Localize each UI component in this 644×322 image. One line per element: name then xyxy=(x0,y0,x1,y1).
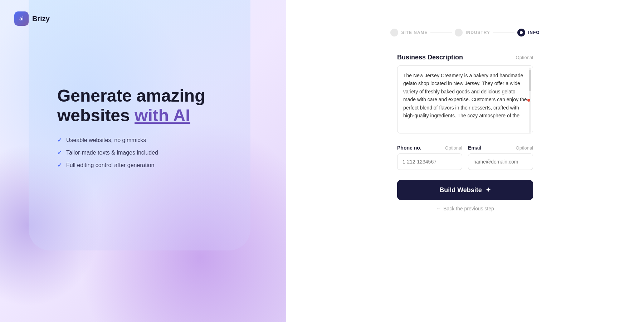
step-label-2: INDUSTRY xyxy=(465,30,490,35)
email-input[interactable] xyxy=(468,153,533,170)
hero-title-accent: with AI xyxy=(135,106,190,125)
phone-label: Phone no. xyxy=(397,145,421,151)
email-field-header: Email Optional xyxy=(468,145,533,151)
step-circle-3 xyxy=(517,29,525,36)
step-site-name: SITE NAME xyxy=(390,29,428,36)
step-circle-2 xyxy=(455,29,463,36)
form-section-optional: Optional xyxy=(516,55,533,60)
logo: ai Brizy xyxy=(14,11,50,26)
svg-point-0 xyxy=(520,31,523,34)
check-icon-1: ✓ xyxy=(57,137,62,143)
back-link-label: Back the previous step xyxy=(443,206,494,211)
feature-list: ✓ Useable websites, no gimmicks ✓ Tailor… xyxy=(57,137,205,169)
email-optional: Optional xyxy=(516,145,533,151)
phone-field-header: Phone no. Optional xyxy=(397,145,462,151)
form-section-title: Business Description xyxy=(397,54,463,61)
form-section-header: Business Description Optional xyxy=(397,54,533,61)
build-website-button[interactable]: Build Website ✦ xyxy=(397,180,533,200)
stepper: SITE NAME INDUSTRY INFO xyxy=(390,29,540,36)
email-label: Email xyxy=(468,145,481,151)
check-icon-2: ✓ xyxy=(57,149,62,156)
right-panel: SITE NAME INDUSTRY INFO Business Descrip… xyxy=(286,0,644,322)
textarea-wrapper: The New Jersey Creamery is a bakery and … xyxy=(397,65,533,135)
logo-text: Brizy xyxy=(32,15,50,23)
feature-item-1: ✓ Useable websites, no gimmicks xyxy=(57,137,205,143)
phone-input[interactable] xyxy=(397,153,462,170)
fields-row: Phone no. Optional Email Optional xyxy=(397,145,533,170)
back-link[interactable]: ← Back the previous step xyxy=(397,206,533,211)
step-divider-2 xyxy=(493,33,514,33)
description-textarea[interactable]: The New Jersey Creamery is a bakery and … xyxy=(397,65,533,133)
scroll-dot-indicator xyxy=(527,99,530,102)
step-circle-1 xyxy=(390,29,398,36)
sparkle-icon: ✦ xyxy=(486,186,491,194)
left-panel: ai Brizy Generate amazing websites with … xyxy=(0,0,286,322)
scrollbar-thumb xyxy=(529,70,531,91)
build-button-label: Build Website xyxy=(439,186,482,194)
check-icon-3: ✓ xyxy=(57,162,62,169)
step-label-1: SITE NAME xyxy=(401,30,428,35)
step-label-3: INFO xyxy=(528,30,540,35)
hero-title: Generate amazing websites with AI xyxy=(57,86,205,125)
phone-optional: Optional xyxy=(445,145,462,151)
form-container: Business Description Optional The New Je… xyxy=(397,54,533,211)
step-industry: INDUSTRY xyxy=(455,29,490,36)
logo-icon: ai xyxy=(14,11,29,26)
phone-field-group: Phone no. Optional xyxy=(397,145,462,170)
step-divider-1 xyxy=(430,33,452,33)
feature-item-3: ✓ Full editing control after generation xyxy=(57,162,205,169)
feature-item-2: ✓ Tailor-made texts & images included xyxy=(57,149,205,156)
hero-content: Generate amazing websites with AI ✓ Usea… xyxy=(57,86,205,169)
email-field-group: Email Optional xyxy=(468,145,533,170)
step-info: INFO xyxy=(517,29,540,36)
back-arrow-icon: ← xyxy=(436,206,441,211)
